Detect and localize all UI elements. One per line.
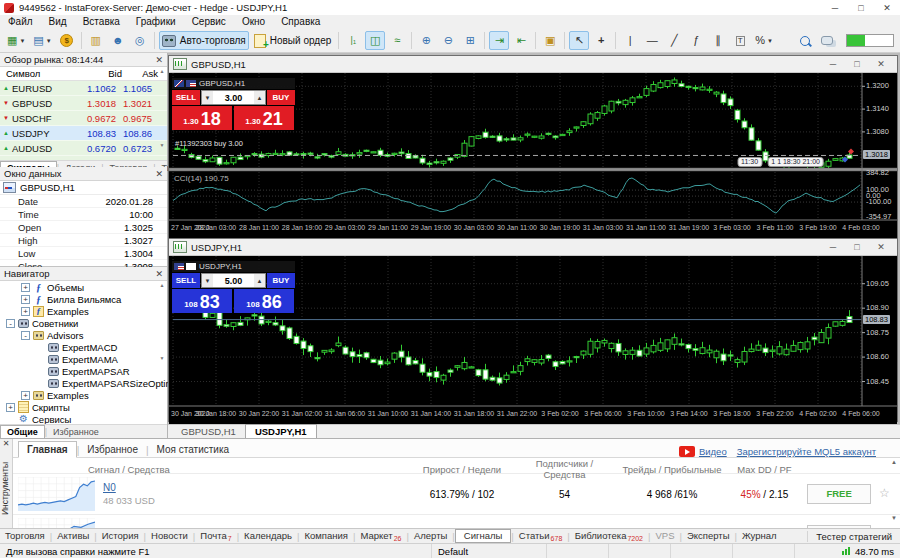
chart-window-titlebar[interactable]: GBPUSD,H1 ─ □ ✕	[169, 56, 897, 73]
tab-company[interactable]: Компания	[300, 529, 353, 543]
buy-price-button[interactable]: 1.30 21	[234, 106, 294, 130]
navigator-item[interactable]: ExpertMAPSAR	[0, 365, 167, 377]
scroll-down-icon[interactable]: ▼	[891, 515, 897, 521]
tab-assets[interactable]: Активы	[52, 529, 94, 543]
tile-windows-button[interactable]: ⊞	[460, 31, 480, 50]
sell-button[interactable]: SELL	[172, 90, 200, 105]
volume-increase-button[interactable]: ▲	[254, 91, 265, 104]
tab-market[interactable]: Маркет26	[355, 529, 406, 544]
tree-expand-icon[interactable]: -	[6, 319, 15, 328]
column-growth[interactable]: Прирост / Недели	[407, 464, 517, 475]
sell-price-button[interactable]: 1.30 18	[172, 106, 232, 130]
market-watch-row[interactable]: ▲AUDUSD0.67200.6723	[0, 141, 167, 156]
navigator-item[interactable]: ExpertMAMA	[0, 353, 167, 365]
column-trades[interactable]: Трейды / Прибыльные	[612, 464, 732, 475]
market-watch-row[interactable]: ▲USDJPY108.83108.86	[0, 126, 167, 141]
signal-row[interactable]: N048 033 USD613.79% / 102544 968 /61%45%…	[13, 474, 900, 515]
tab-trade[interactable]: Торговля	[0, 529, 50, 543]
chat-button[interactable]	[817, 31, 837, 50]
sell-button[interactable]: SELL	[172, 273, 200, 288]
chart-close-button[interactable]: ✕	[869, 242, 893, 252]
new-order-button[interactable]: +Новый ордер	[251, 31, 335, 50]
strategy-tester-tab[interactable]: Тестер стратегий	[807, 531, 900, 542]
zoom-out-button[interactable]: ⊖	[438, 31, 458, 50]
autotrade-toggle-button[interactable]: Авто-торговля	[159, 31, 249, 50]
tab-codebase[interactable]: Библиотека7202	[570, 529, 648, 544]
arrows-button[interactable]: %▼	[752, 31, 776, 50]
channel-button[interactable]: ∥	[708, 31, 728, 50]
tab-signals[interactable]: Сигналы	[455, 529, 512, 543]
accounts-button[interactable]: ▥	[86, 31, 106, 50]
trendline-button[interactable]: ╱	[664, 31, 684, 50]
navigator-item[interactable]: -Advisors	[0, 329, 167, 341]
chart-maximize-button[interactable]: □	[845, 59, 869, 69]
wizard-button[interactable]: $	[57, 31, 77, 50]
market-watch-row[interactable]: ▼GBPUSD1.30181.3021	[0, 96, 167, 111]
volume-decrease-button[interactable]: ▼	[202, 274, 213, 287]
tab-history[interactable]: История	[97, 529, 144, 543]
broadcast-button[interactable]: ◎	[130, 31, 150, 50]
tab-alerts[interactable]: Алерты	[409, 529, 452, 543]
navigator-item[interactable]: -Советники	[0, 317, 167, 329]
chart-window-titlebar[interactable]: USDJPY,H1 ─ □ ✕	[169, 239, 897, 256]
column-maxdd[interactable]: Max DD / PF	[732, 464, 797, 475]
column-ask[interactable]: Ask	[122, 68, 158, 79]
volume-value[interactable]: 3.00	[213, 91, 254, 104]
column-name[interactable]: Сигнал / Средства	[13, 464, 407, 475]
video-link[interactable]: Видео	[699, 446, 727, 457]
close-icon[interactable]: ✕	[0, 439, 12, 449]
horizontal-line-button[interactable]: —	[642, 31, 662, 50]
navigator-item[interactable]: +ƒОбъемы	[0, 281, 167, 293]
tab-journal[interactable]: Журнал	[737, 529, 782, 543]
tab-experts[interactable]: Эксперты	[682, 529, 735, 543]
market-watch-row[interactable]: ▲EURUSD1.10621.1065	[0, 81, 167, 96]
vertical-line-button[interactable]: |	[620, 31, 640, 50]
auto-scroll-button[interactable]: ⇤	[511, 31, 531, 50]
tab-news[interactable]: Новости	[146, 529, 193, 543]
chart-shift-button[interactable]: ⇥	[489, 31, 509, 50]
menu-charts[interactable]: Графики	[128, 15, 184, 29]
gbpusd-chart-canvas[interactable]: GBPUSD,H1 SELL ▼ 3.00 ▲ BUY 1.30	[169, 73, 897, 240]
volume-decrease-button[interactable]: ▼	[202, 91, 213, 104]
close-icon[interactable]: ✕	[155, 269, 163, 279]
column-subs[interactable]: Подписчики / Средства	[517, 458, 612, 480]
free-button[interactable]: FREE	[807, 484, 871, 504]
text-label-button[interactable]: T	[730, 31, 750, 50]
sell-price-button[interactable]: 108 83	[172, 289, 232, 313]
chart-tab-gbpusd-h1[interactable]: GBPUSD,H1	[172, 425, 245, 438]
user-button[interactable]: ☻	[108, 31, 128, 50]
navigator-item[interactable]: +Скрипты	[0, 401, 167, 413]
column-symbol[interactable]: Символ	[0, 68, 84, 79]
scroll-up-icon[interactable]: ▲	[157, 68, 167, 74]
navigator-tab-favorites[interactable]: Избранное	[47, 426, 105, 438]
crosshair-button[interactable]: +	[591, 31, 611, 50]
signals-tab-main[interactable]: Главная	[18, 441, 77, 458]
chart-tab-usdjpy-h1[interactable]: USDJPY,H1	[245, 424, 317, 438]
favorite-star-icon[interactable]: ☆	[879, 486, 890, 500]
navigator-item[interactable]: ExpertMACD	[0, 341, 167, 353]
status-profile[interactable]: Default	[432, 544, 547, 558]
profiles-button[interactable]: ▤▼	[30, 31, 54, 50]
fibonacci-button[interactable]: ƒ	[686, 31, 706, 50]
market-watch-row[interactable]: ▼USDCHF0.96720.9675	[0, 111, 167, 126]
maximize-button[interactable]: □	[848, 1, 874, 15]
menu-help[interactable]: Справка	[273, 15, 328, 29]
menu-view[interactable]: Вид	[41, 15, 75, 29]
signals-tab-favorites[interactable]: Избранное	[79, 442, 146, 457]
menu-file[interactable]: Файл	[0, 15, 41, 29]
tree-expand-icon[interactable]: +	[6, 403, 15, 412]
navigator-tab-common[interactable]: Общие	[0, 425, 45, 438]
minimize-button[interactable]: ─	[822, 1, 848, 15]
navigator-item[interactable]: +Examples	[0, 389, 167, 401]
status-latency[interactable]: 48.70 ms	[795, 544, 900, 558]
search-button[interactable]	[795, 31, 815, 50]
cursor-button[interactable]: ↖	[569, 31, 589, 50]
volume-increase-button[interactable]: ▲	[254, 274, 265, 287]
navigator-item[interactable]: +ƒБилла Вильямса	[0, 293, 167, 305]
menu-window[interactable]: Окно	[234, 15, 273, 29]
chart-close-button[interactable]: ✕	[869, 59, 893, 69]
usdjpy-chart-canvas[interactable]: USDJPY,H1 SELL ▼ 5.00 ▲ BUY 108	[169, 256, 897, 424]
chart-minimize-button[interactable]: ─	[821, 242, 845, 252]
tree-expand-icon[interactable]: +	[21, 283, 30, 292]
scroll-up-icon[interactable]: ▲	[891, 459, 897, 465]
